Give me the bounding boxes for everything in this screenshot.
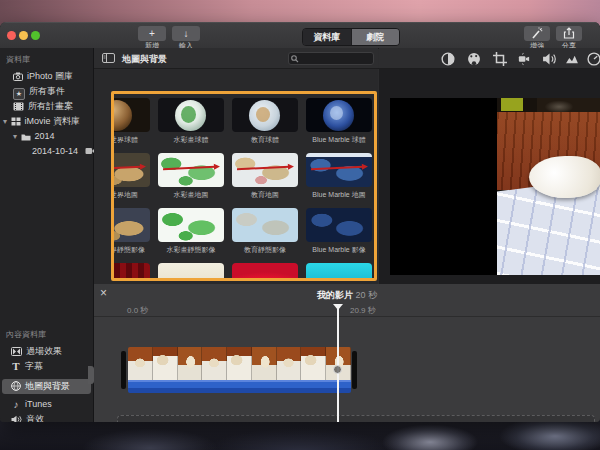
route-arrow xyxy=(311,166,363,171)
thumbnail-gradient-background[interactable] xyxy=(232,263,298,278)
thumbnail-cyan-background[interactable] xyxy=(306,263,372,278)
view-switcher: 資料庫 劇院 xyxy=(302,28,400,46)
sidebar-item-imovie-library[interactable]: ▾ iMovie 資料庫 xyxy=(3,115,80,128)
sidebar-toggle-icon[interactable] xyxy=(102,53,115,63)
viewer-panel xyxy=(379,69,600,284)
thumbnail-old-world-still[interactable] xyxy=(114,208,150,242)
timeline-panel: × 我的影片 20 秒 0.0 秒 20.9 秒 xyxy=(94,284,600,422)
thumbnail-label: 水彩畫地圖 xyxy=(154,190,228,200)
video-clip[interactable] xyxy=(128,347,351,393)
thumbnail-label: 古老世界靜態影像 xyxy=(114,245,154,255)
sidebar-item-label: 2014 xyxy=(35,131,55,141)
volume-icon[interactable] xyxy=(542,52,556,66)
globe-icon xyxy=(11,381,21,391)
volume-control-dot[interactable] xyxy=(333,365,342,374)
sidebar-item-label: iPhoto 圖庫 xyxy=(27,71,73,81)
import-button[interactable]: ↓ xyxy=(172,26,200,41)
thumbnail-grid[interactable]: 古老世界球體 水彩畫球體 教育球體 Blue Marble 球體 古老世界地圖 … xyxy=(114,94,374,278)
trim-handle-right[interactable] xyxy=(352,351,357,389)
ruler-tick-end: 20.9 秒 xyxy=(350,305,376,316)
thumbnail-blue-marble-globe[interactable] xyxy=(306,98,372,132)
thumbnail-watercolor-map[interactable] xyxy=(158,153,224,187)
thumbnail-educational-globe[interactable] xyxy=(232,98,298,132)
disclosure-icon[interactable]: ▾ xyxy=(3,117,7,126)
clip-audio-waveform xyxy=(128,380,351,393)
sidebar-item-label: 地圖與背景 xyxy=(25,381,70,391)
thumbnail-old-world-globe[interactable] xyxy=(114,98,150,132)
sidebar-item-event-2014-10-14[interactable]: 2014-10-14 xyxy=(32,145,96,158)
speaker-icon xyxy=(11,415,22,422)
new-button[interactable]: + xyxy=(138,26,166,41)
imovie-window: + 新增 ↓ 輸入 資料庫 劇院 增強 分享 xyxy=(0,22,600,422)
project-duration: 20 秒 xyxy=(356,290,378,300)
timeline-ruler[interactable]: 0.0 秒 20.9 秒 xyxy=(94,302,600,317)
sidebar-item-label: 過場效果 xyxy=(26,346,62,356)
sidebar-item-label: 所有計畫案 xyxy=(28,101,73,111)
video-preview[interactable] xyxy=(390,98,600,275)
thumbnail-parchment-background[interactable] xyxy=(158,263,224,278)
browser-header: 地圖與背景 xyxy=(94,48,378,69)
close-window-button[interactable] xyxy=(7,31,16,40)
disclosure-icon[interactable]: ▾ xyxy=(13,132,17,141)
sidebar-item-titles[interactable]: T字幕 xyxy=(11,360,43,373)
thumbnail-educational-still[interactable] xyxy=(232,208,298,242)
thumbnail-watercolor-globe[interactable] xyxy=(158,98,224,132)
maximize-window-button[interactable] xyxy=(31,31,40,40)
sidebar-item-all-projects[interactable]: 所有計畫案 xyxy=(13,100,73,113)
route-arrow xyxy=(163,166,215,171)
trim-handle-left[interactable] xyxy=(121,351,126,389)
color-balance-icon[interactable] xyxy=(441,52,455,66)
sidebar-item-label: 字幕 xyxy=(25,361,43,371)
project-title: 我的影片 20 秒 xyxy=(94,289,600,302)
sidebar-item-year-2014[interactable]: ▾ 2014 xyxy=(13,130,55,143)
transitions-icon xyxy=(11,347,22,356)
share-button[interactable] xyxy=(556,26,582,41)
sidebar-item-transitions[interactable]: 過場效果 xyxy=(11,345,62,358)
music-note-icon: ♪ xyxy=(11,398,21,411)
thumbnail-blue-marble-map[interactable] xyxy=(306,153,372,187)
content-library-header: 內容資料庫 xyxy=(6,329,46,340)
sidebar-item-sound-effects[interactable]: 音效 xyxy=(11,413,44,422)
sidebar-item-maps-backgrounds[interactable]: 地圖與背景 xyxy=(11,380,70,393)
titles-icon: T xyxy=(11,360,21,373)
events-star-icon: ★ xyxy=(13,88,25,100)
stabilization-icon[interactable] xyxy=(517,52,531,66)
minimize-window-button[interactable] xyxy=(19,31,28,40)
tab-theater[interactable]: 劇院 xyxy=(351,29,400,45)
thumbnail-curtain-background[interactable] xyxy=(114,263,150,278)
thumbnail-label: Blue Marble 地圖 xyxy=(302,190,374,200)
crop-icon[interactable] xyxy=(493,52,507,66)
folder-icon xyxy=(21,133,31,141)
thumbnail-label: 教育球體 xyxy=(228,135,302,145)
thumbnail-educational-map[interactable] xyxy=(232,153,298,187)
enhance-button[interactable] xyxy=(524,26,550,41)
sidebar: 資料庫 iPhoto 圖庫 ★所有事件 所有計畫案 ▾ xyxy=(0,48,94,422)
sidebar-item-all-events[interactable]: ★所有事件 xyxy=(13,85,65,98)
sidebar-resize-handle[interactable] xyxy=(88,366,94,384)
thumbnail-label: 水彩畫靜態影像 xyxy=(154,245,228,255)
noise-reduction-icon[interactable] xyxy=(565,52,579,66)
media-grid-icon xyxy=(11,117,21,126)
camera-icon xyxy=(13,72,23,81)
sidebar-item-itunes[interactable]: ♪iTunes xyxy=(11,398,52,411)
thumbnail-label: 教育地圖 xyxy=(228,190,302,200)
search-input[interactable] xyxy=(288,52,374,65)
sidebar-item-iphoto[interactable]: iPhoto 圖庫 xyxy=(13,70,73,83)
sidebar-item-label: 2014-10-14 xyxy=(32,146,78,156)
route-arrow xyxy=(114,166,141,171)
thumbnail-blue-marble-still[interactable] xyxy=(306,208,372,242)
background-music-well[interactable]: ♪ xyxy=(117,415,595,422)
speed-icon[interactable] xyxy=(587,52,600,66)
browser-title: 地圖與背景 xyxy=(122,53,167,66)
tab-library[interactable]: 資料庫 xyxy=(303,29,351,45)
clip-filmstrip xyxy=(128,347,351,380)
ruler-tick-start: 0.0 秒 xyxy=(127,305,148,316)
sidebar-item-label: iTunes xyxy=(25,399,52,409)
thumbnail-watercolor-still[interactable] xyxy=(158,208,224,242)
thumbnail-old-world-map[interactable] xyxy=(114,153,150,187)
playhead-line[interactable] xyxy=(337,305,339,422)
music-note-icon: ♪ xyxy=(124,420,129,422)
window-toolbar: + 新增 ↓ 輸入 資料庫 劇院 增強 分享 xyxy=(0,22,600,49)
color-correction-icon[interactable] xyxy=(467,52,481,66)
search-icon xyxy=(291,55,299,63)
